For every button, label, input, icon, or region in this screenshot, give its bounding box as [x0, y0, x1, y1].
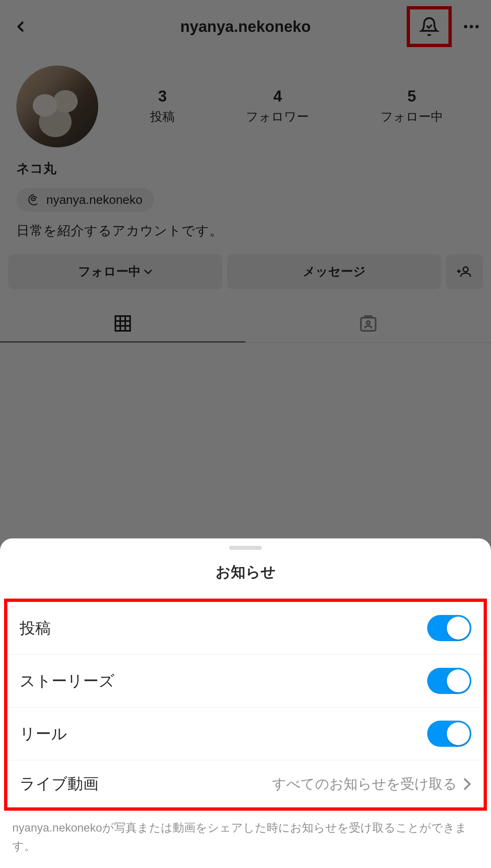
sheet-drag-handle[interactable]: [229, 546, 262, 550]
option-stories-label: ストーリーズ: [20, 671, 115, 692]
option-posts: 投稿: [7, 602, 484, 655]
chevron-right-icon: [463, 778, 471, 790]
options-highlight-box: 投稿 ストーリーズ リール ライブ動画 すべてのお知らせを受け取る: [4, 599, 487, 811]
option-reels: リール: [7, 708, 484, 760]
option-reels-label: リール: [20, 723, 67, 744]
sheet-title: お知らせ: [0, 562, 491, 582]
notifications-sheet: お知らせ 投稿 ストーリーズ リール ライブ動画 すべてのお知らせを受け取る n…: [0, 538, 491, 868]
option-live-value: すべてのお知らせを受け取る: [272, 775, 471, 793]
option-posts-label: 投稿: [20, 618, 51, 639]
option-stories: ストーリーズ: [7, 655, 484, 708]
toggle-reels[interactable]: [427, 721, 471, 747]
toggle-posts[interactable]: [427, 615, 471, 641]
sheet-footer-text: nyanya.nekonekoが写真または動画をシェアした時にお知らせを受け取る…: [0, 811, 491, 860]
option-live-label: ライブ動画: [20, 773, 99, 794]
option-live[interactable]: ライブ動画 すべてのお知らせを受け取る: [7, 760, 484, 807]
toggle-stories[interactable]: [427, 668, 471, 694]
